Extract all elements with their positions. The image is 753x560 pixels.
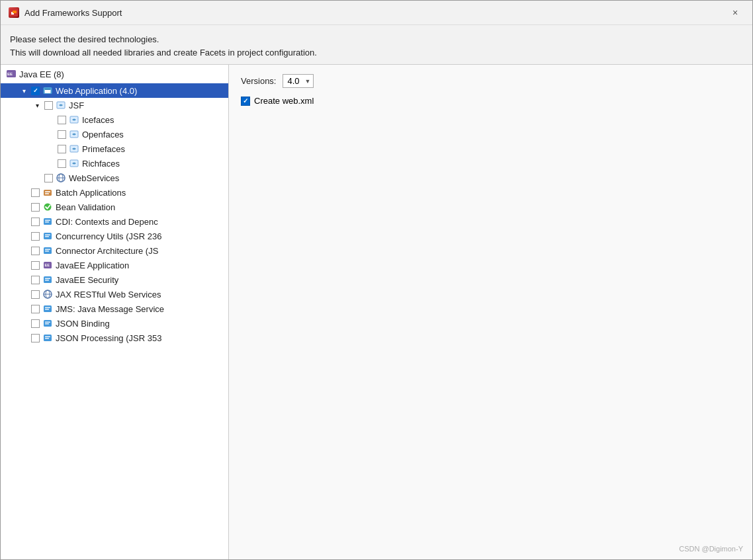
bean-checkbox[interactable] (31, 203, 40, 212)
primefaces-item[interactable]: ▸ Primefaces (1, 141, 228, 156)
webservices-label: WebServices (69, 173, 119, 183)
json-processing-item[interactable]: ▸ JSON Processing (JSR 353 (1, 331, 228, 345)
svg-rect-42 (45, 323, 49, 325)
dialog-title: Add Frameworks Support (24, 8, 122, 18)
svg-rect-41 (45, 322, 50, 323)
expand-jsf[interactable]: ▾ (32, 100, 42, 110)
create-xml-label: Create web.xml (254, 96, 314, 106)
svg-rect-44 (45, 337, 50, 338)
svg-rect-24 (45, 235, 50, 236)
globe-icon (56, 173, 66, 183)
expand-web-app[interactable]: ▾ (19, 86, 28, 95)
connector-icon (42, 245, 53, 256)
javaee-sec-icon (42, 274, 53, 285)
icefaces-item[interactable]: ▸ Icefaces (1, 112, 228, 127)
javaee-sec-checkbox[interactable] (31, 276, 40, 284)
svg-rect-33 (45, 280, 49, 281)
json-binding-label: JSON Binding (56, 319, 110, 329)
jsf-item[interactable]: ▾ JSF (1, 98, 228, 112)
openfaces-icon (69, 129, 79, 140)
javaee-app-checkbox[interactable] (31, 261, 40, 270)
svg-rect-18 (45, 193, 49, 194)
svg-rect-25 (45, 236, 49, 237)
version-select[interactable]: 4.0 3.1 3.0 2.5 (283, 74, 314, 88)
javaee-sec-label: JavaEE Security (56, 275, 118, 285)
concurrency-icon (42, 231, 53, 241)
concurrency-checkbox[interactable] (31, 232, 40, 241)
icefaces-label: Icefaces (82, 115, 114, 125)
connector-item[interactable]: ▸ Connector Architecture (JS (1, 243, 228, 258)
concurrency-item[interactable]: ▸ Concurrency Utils (JSR 236 (1, 229, 228, 243)
openfaces-checkbox[interactable] (58, 130, 66, 139)
json-processing-checkbox[interactable] (31, 334, 40, 342)
webapp-icon (42, 85, 53, 96)
openfaces-item[interactable]: ▸ Openfaces (1, 127, 228, 141)
json-processing-label: JSON Processing (JSR 353 (56, 333, 161, 343)
webservices-item[interactable]: ▸ WebServices (1, 171, 228, 185)
bean-icon (42, 202, 53, 212)
richfaces-checkbox[interactable] (58, 159, 66, 168)
batch-applications-item[interactable]: ▸ Batch Applications (1, 185, 228, 200)
svg-text:EE: EE (45, 263, 50, 267)
javaee-security-item[interactable]: ▸ JavaEE Security (1, 272, 228, 287)
svg-rect-38 (45, 307, 50, 309)
primefaces-checkbox[interactable] (58, 145, 66, 153)
jax-label: JAX RESTful Web Services (56, 290, 161, 300)
svg-rect-27 (45, 249, 50, 251)
create-xml-row: Create web.xml (241, 96, 740, 106)
javaee-application-item[interactable]: ▸ EE JavaEE Application (1, 258, 228, 272)
version-select-wrapper[interactable]: 4.0 3.1 3.0 2.5 (283, 74, 314, 88)
add-frameworks-dialog: Add Frameworks Support × Please select t… (0, 0, 753, 560)
primefaces-icon (69, 143, 79, 154)
bean-label: Bean Validation (56, 202, 115, 212)
javaee-section-header[interactable]: EE Java EE (8) (1, 65, 228, 83)
cdi-checkbox[interactable] (31, 218, 40, 226)
svg-rect-21 (45, 220, 50, 221)
svg-rect-7 (45, 89, 51, 90)
bean-validation-item[interactable]: ▸ Bean Validation (1, 200, 228, 214)
jax-restful-item[interactable]: ▸ JAX RESTful Web Services (1, 287, 228, 301)
svg-rect-16 (44, 190, 52, 196)
json-binding-item[interactable]: ▸ JSON Binding (1, 316, 228, 331)
watermark: CSDN @Digimon-Y (679, 545, 743, 553)
connector-label: Connector Architecture (JS (56, 246, 158, 256)
richfaces-item[interactable]: ▸ Richfaces (1, 156, 228, 171)
connector-checkbox[interactable] (31, 247, 40, 255)
jax-icon (42, 289, 53, 300)
svg-text:EE: EE (7, 72, 13, 76)
webservices-checkbox[interactable] (44, 174, 53, 182)
json-binding-checkbox[interactable] (31, 319, 40, 328)
description-line1: Please select the desired technologies. (10, 33, 743, 46)
batch-checkbox[interactable] (31, 188, 40, 197)
richfaces-icon (69, 158, 79, 169)
versions-label: Versions: (241, 76, 276, 86)
svg-rect-32 (45, 278, 50, 280)
create-xml-checkbox[interactable] (241, 97, 250, 106)
jms-icon (42, 303, 53, 314)
jms-checkbox[interactable] (31, 305, 40, 313)
content-area: EE Java EE (8) ▾ Web Application (4.0) (1, 64, 752, 559)
jax-checkbox[interactable] (31, 290, 40, 299)
cdi-item[interactable]: ▸ CDI: Contexts and Depenc (1, 214, 228, 229)
description-area: Please select the desired technologies. … (1, 25, 752, 64)
web-application-item[interactable]: ▾ Web Application (4.0) (1, 83, 228, 98)
richfaces-label: Richfaces (82, 159, 120, 169)
json-proc-icon (42, 333, 53, 343)
web-app-checkbox[interactable] (31, 87, 40, 95)
close-button[interactable]: × (726, 6, 744, 19)
title-bar: Add Frameworks Support × (1, 1, 752, 25)
cdi-icon (42, 216, 53, 227)
framework-tree[interactable]: EE Java EE (8) ▾ Web Application (4.0) (1, 65, 229, 559)
description-line2: This will download all needed libraries … (10, 46, 743, 60)
svg-rect-39 (45, 309, 49, 310)
jsf-checkbox[interactable] (44, 101, 53, 110)
versions-row: Versions: 4.0 3.1 3.0 2.5 (241, 74, 740, 88)
javaee-section-label: Java EE (8) (19, 69, 64, 79)
svg-rect-45 (45, 338, 49, 339)
concurrency-label: Concurrency Utils (JSR 236 (56, 231, 161, 241)
javaee-app-label: JavaEE Application (56, 260, 129, 270)
jms-item[interactable]: ▸ JMS: Java Message Service (1, 301, 228, 316)
openfaces-label: Openfaces (82, 130, 124, 140)
icefaces-checkbox[interactable] (58, 116, 66, 124)
svg-rect-17 (45, 191, 50, 192)
